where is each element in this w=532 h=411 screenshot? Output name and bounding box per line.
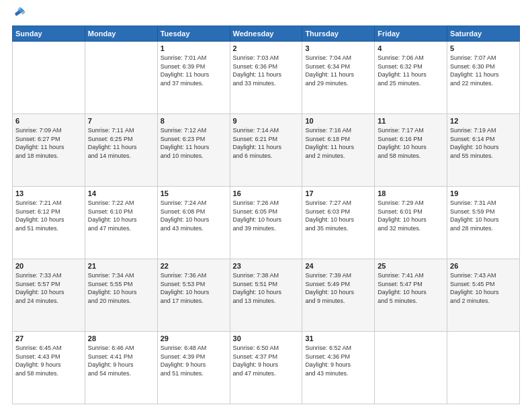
calendar-cell <box>375 332 447 404</box>
calendar-cell <box>13 42 85 114</box>
calendar-cell: 5Sunrise: 7:07 AM Sunset: 6:30 PM Daylig… <box>447 42 520 114</box>
day-number: 8 <box>161 117 227 125</box>
day-info: Sunrise: 7:07 AM Sunset: 6:30 PM Dayligh… <box>450 54 517 87</box>
calendar-cell: 7Sunrise: 7:11 AM Sunset: 6:25 PM Daylig… <box>85 114 157 187</box>
day-number: 13 <box>15 189 82 197</box>
calendar-cell: 29Sunrise: 6:48 AM Sunset: 4:39 PM Dayli… <box>157 332 230 404</box>
calendar-cell: 24Sunrise: 7:39 AM Sunset: 5:49 PM Dayli… <box>302 259 375 332</box>
week-row-2: 13Sunrise: 7:21 AM Sunset: 6:12 PM Dayli… <box>13 187 520 259</box>
day-number: 6 <box>15 117 82 125</box>
day-number: 4 <box>378 44 444 52</box>
day-info: Sunrise: 7:06 AM Sunset: 6:32 PM Dayligh… <box>378 54 444 87</box>
calendar-cell <box>447 332 520 404</box>
day-info: Sunrise: 7:16 AM Sunset: 6:18 PM Dayligh… <box>305 126 371 160</box>
calendar-cell: 10Sunrise: 7:16 AM Sunset: 6:18 PM Dayli… <box>302 114 375 187</box>
day-number: 17 <box>305 189 371 197</box>
day-info: Sunrise: 7:43 AM Sunset: 5:45 PM Dayligh… <box>450 271 517 305</box>
day-info: Sunrise: 7:39 AM Sunset: 5:49 PM Dayligh… <box>305 271 371 305</box>
day-info: Sunrise: 7:21 AM Sunset: 6:12 PM Dayligh… <box>15 199 82 232</box>
day-info: Sunrise: 7:38 AM Sunset: 5:51 PM Dayligh… <box>233 271 300 305</box>
day-number: 12 <box>450 117 517 125</box>
day-number: 10 <box>305 117 371 125</box>
weekday-header-sunday: Sunday <box>13 26 85 42</box>
day-info: Sunrise: 7:03 AM Sunset: 6:36 PM Dayligh… <box>233 54 300 87</box>
calendar-cell: 17Sunrise: 7:27 AM Sunset: 6:03 PM Dayli… <box>302 187 375 259</box>
day-number: 9 <box>233 117 300 125</box>
logo-icon <box>13 5 27 19</box>
calendar-cell: 27Sunrise: 6:45 AM Sunset: 4:43 PM Dayli… <box>13 332 85 404</box>
day-info: Sunrise: 6:52 AM Sunset: 4:36 PM Dayligh… <box>305 344 371 377</box>
day-info: Sunrise: 7:14 AM Sunset: 6:21 PM Dayligh… <box>233 126 300 160</box>
calendar-cell: 21Sunrise: 7:34 AM Sunset: 5:55 PM Dayli… <box>85 259 157 332</box>
day-number: 5 <box>450 44 517 52</box>
calendar-cell: 15Sunrise: 7:24 AM Sunset: 6:08 PM Dayli… <box>157 187 230 259</box>
calendar-cell: 12Sunrise: 7:19 AM Sunset: 6:14 PM Dayli… <box>447 114 520 187</box>
day-number: 14 <box>88 189 154 197</box>
week-row-0: 1Sunrise: 7:01 AM Sunset: 6:39 PM Daylig… <box>13 42 520 114</box>
week-row-3: 20Sunrise: 7:33 AM Sunset: 5:57 PM Dayli… <box>13 259 520 332</box>
day-info: Sunrise: 7:33 AM Sunset: 5:57 PM Dayligh… <box>15 271 82 305</box>
day-info: Sunrise: 7:11 AM Sunset: 6:25 PM Dayligh… <box>88 126 154 160</box>
day-number: 19 <box>450 189 517 197</box>
header <box>12 12 520 19</box>
day-number: 25 <box>378 262 444 270</box>
day-number: 22 <box>161 262 227 270</box>
calendar-cell: 26Sunrise: 7:43 AM Sunset: 5:45 PM Dayli… <box>447 259 520 332</box>
calendar-cell: 3Sunrise: 7:04 AM Sunset: 6:34 PM Daylig… <box>302 42 375 114</box>
day-number: 15 <box>161 189 227 197</box>
day-number: 21 <box>88 262 154 270</box>
day-info: Sunrise: 7:34 AM Sunset: 5:55 PM Dayligh… <box>88 271 154 305</box>
calendar-cell: 16Sunrise: 7:26 AM Sunset: 6:05 PM Dayli… <box>230 187 302 259</box>
day-number: 11 <box>378 117 444 125</box>
calendar-cell: 19Sunrise: 7:31 AM Sunset: 5:59 PM Dayli… <box>447 187 520 259</box>
day-number: 27 <box>15 334 82 342</box>
day-number: 2 <box>233 44 300 52</box>
day-info: Sunrise: 6:48 AM Sunset: 4:39 PM Dayligh… <box>161 344 227 377</box>
day-info: Sunrise: 7:29 AM Sunset: 6:01 PM Dayligh… <box>378 199 444 232</box>
logo <box>12 12 27 19</box>
day-info: Sunrise: 7:04 AM Sunset: 6:34 PM Dayligh… <box>305 54 371 87</box>
weekday-header-tuesday: Tuesday <box>157 26 230 42</box>
day-info: Sunrise: 7:26 AM Sunset: 6:05 PM Dayligh… <box>233 199 300 232</box>
calendar-cell: 30Sunrise: 6:50 AM Sunset: 4:37 PM Dayli… <box>230 332 302 404</box>
calendar-cell: 25Sunrise: 7:41 AM Sunset: 5:47 PM Dayli… <box>375 259 447 332</box>
calendar-table: SundayMondayTuesdayWednesdayThursdayFrid… <box>12 26 520 404</box>
day-number: 20 <box>15 262 82 270</box>
calendar-cell: 23Sunrise: 7:38 AM Sunset: 5:51 PM Dayli… <box>230 259 302 332</box>
day-info: Sunrise: 7:01 AM Sunset: 6:39 PM Dayligh… <box>161 54 227 87</box>
weekday-header-monday: Monday <box>85 26 157 42</box>
day-number: 23 <box>233 262 300 270</box>
day-number: 3 <box>305 44 371 52</box>
day-info: Sunrise: 7:41 AM Sunset: 5:47 PM Dayligh… <box>378 271 444 305</box>
day-number: 1 <box>161 44 227 52</box>
day-number: 24 <box>305 262 371 270</box>
day-number: 29 <box>161 334 227 342</box>
calendar-cell: 14Sunrise: 7:22 AM Sunset: 6:10 PM Dayli… <box>85 187 157 259</box>
calendar-cell: 13Sunrise: 7:21 AM Sunset: 6:12 PM Dayli… <box>13 187 85 259</box>
day-info: Sunrise: 6:45 AM Sunset: 4:43 PM Dayligh… <box>15 344 82 377</box>
day-info: Sunrise: 7:22 AM Sunset: 6:10 PM Dayligh… <box>88 199 154 232</box>
day-info: Sunrise: 7:19 AM Sunset: 6:14 PM Dayligh… <box>450 126 517 160</box>
day-number: 30 <box>233 334 300 342</box>
day-info: Sunrise: 7:09 AM Sunset: 6:27 PM Dayligh… <box>15 126 82 160</box>
day-number: 7 <box>88 117 154 125</box>
day-number: 31 <box>305 334 371 342</box>
week-row-4: 27Sunrise: 6:45 AM Sunset: 4:43 PM Dayli… <box>13 332 520 404</box>
weekday-header-row: SundayMondayTuesdayWednesdayThursdayFrid… <box>13 26 520 42</box>
weekday-header-thursday: Thursday <box>302 26 375 42</box>
weekday-header-wednesday: Wednesday <box>230 26 302 42</box>
day-info: Sunrise: 7:12 AM Sunset: 6:23 PM Dayligh… <box>161 126 227 160</box>
page: SundayMondayTuesdayWednesdayThursdayFrid… <box>0 0 532 411</box>
day-info: Sunrise: 7:17 AM Sunset: 6:16 PM Dayligh… <box>378 126 444 160</box>
week-row-1: 6Sunrise: 7:09 AM Sunset: 6:27 PM Daylig… <box>13 114 520 187</box>
weekday-header-saturday: Saturday <box>447 26 520 42</box>
calendar-cell: 8Sunrise: 7:12 AM Sunset: 6:23 PM Daylig… <box>157 114 230 187</box>
calendar-cell: 20Sunrise: 7:33 AM Sunset: 5:57 PM Dayli… <box>13 259 85 332</box>
calendar-cell: 2Sunrise: 7:03 AM Sunset: 6:36 PM Daylig… <box>230 42 302 114</box>
day-info: Sunrise: 6:46 AM Sunset: 4:41 PM Dayligh… <box>88 344 154 377</box>
day-info: Sunrise: 7:24 AM Sunset: 6:08 PM Dayligh… <box>161 199 227 232</box>
day-number: 26 <box>450 262 517 270</box>
calendar-cell: 4Sunrise: 7:06 AM Sunset: 6:32 PM Daylig… <box>375 42 447 114</box>
calendar-cell: 18Sunrise: 7:29 AM Sunset: 6:01 PM Dayli… <box>375 187 447 259</box>
calendar-cell: 1Sunrise: 7:01 AM Sunset: 6:39 PM Daylig… <box>157 42 230 114</box>
